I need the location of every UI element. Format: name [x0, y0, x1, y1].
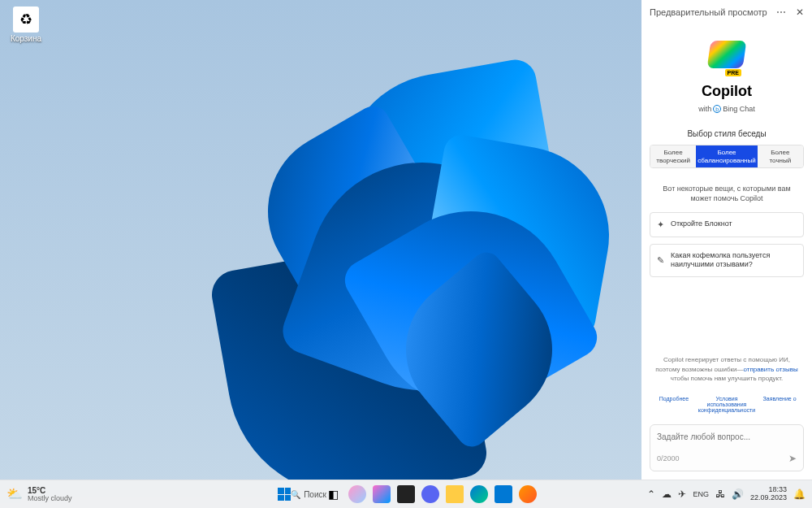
taskbar-center: 🔍 Поиск ◧ — [274, 484, 538, 505]
style-section: Выбор стиля беседы Болеетворческий Более… — [641, 121, 812, 176]
link-terms[interactable]: Условия использования конфиденциальности — [698, 396, 755, 413]
copilot-panel: Предварительный просмотр ⋯ ✕ PRE Copilot… — [641, 0, 812, 480]
char-count: 0/2000 — [657, 454, 680, 462]
pinned-app-1[interactable] — [347, 484, 368, 505]
desktop-wallpaper — [0, 0, 641, 480]
suggestion-notepad[interactable]: ✦ Откройте Блокнот — [650, 212, 804, 237]
clock-button[interactable]: 18:33 22.09.2023 — [750, 486, 787, 502]
trash-icon: ♻ — [13, 7, 39, 33]
copilot-logo: PRE — [709, 41, 745, 76]
search-icon: 🔍 — [291, 490, 300, 499]
network-icon[interactable]: 🖧 — [715, 488, 725, 500]
close-icon[interactable]: ✕ — [796, 7, 804, 18]
taskbar: ⛅ 15°C Mostly cloudy 🔍 Поиск ◧ ⌃ ☁ ✈ ENG… — [0, 480, 812, 508]
pinned-app-dark[interactable] — [395, 484, 417, 505]
chat-icon: ✎ — [657, 255, 664, 266]
store-button[interactable] — [493, 484, 514, 505]
weather-widget[interactable]: ⛅ 15°C Mostly cloudy — [6, 486, 72, 503]
footer-links: Подробнее Условия использования конфиден… — [641, 391, 812, 418]
style-tab-balanced[interactable]: Болеесбалансированный — [696, 145, 757, 167]
weather-desc: Mostly cloudy — [28, 495, 72, 503]
suggestions: ✦ Откройте Блокнот ✎ Какая кофемолка пол… — [641, 212, 812, 284]
language-button[interactable]: ENG — [693, 490, 709, 498]
recycle-bin-label: Корзина — [6, 34, 45, 43]
chevron-up-icon[interactable]: ⌃ — [647, 488, 655, 500]
search-button[interactable]: 🔍 Поиск — [298, 484, 319, 505]
edge-button[interactable] — [469, 484, 490, 505]
weather-temp: 15°C — [28, 486, 72, 495]
pre-badge: PRE — [725, 69, 741, 76]
chat-button[interactable] — [420, 484, 441, 505]
task-view-button[interactable]: ◧ — [322, 484, 343, 505]
copilot-button[interactable] — [371, 484, 392, 505]
style-tab-precise[interactable]: Болееточный — [758, 145, 803, 167]
panel-header: Предварительный просмотр ⋯ ✕ — [641, 0, 812, 24]
copilot-title: Copilot — [650, 83, 804, 100]
more-icon[interactable]: ⋯ — [776, 7, 786, 18]
input-area[interactable]: 0/2000 ➤ — [650, 424, 804, 471]
onedrive-icon[interactable]: ☁ — [662, 488, 672, 500]
style-tab-creative[interactable]: Болеетворческий — [650, 145, 696, 167]
send-icon[interactable]: ➤ — [788, 453, 797, 464]
panel-title: Предварительный просмотр — [650, 7, 767, 17]
notifications-icon[interactable]: 🔔 — [793, 488, 806, 500]
firefox-button[interactable] — [517, 484, 538, 505]
style-label: Выбор стиля беседы — [650, 129, 804, 138]
volume-icon[interactable]: 🔊 — [732, 488, 744, 500]
link-statement[interactable]: Заявление о — [755, 396, 804, 413]
telegram-icon[interactable]: ✈ — [678, 488, 686, 500]
bing-icon: b — [713, 105, 721, 113]
bing-chat-label: withbBing Chat — [650, 105, 804, 113]
file-explorer-button[interactable] — [444, 484, 465, 505]
feedback-link[interactable]: отправить отзывы — [743, 366, 797, 373]
suggestion-coffee[interactable]: ✎ Какая кофемолка пользуется наилучшими … — [650, 244, 804, 277]
logo-area: PRE Copilot withbBing Chat — [641, 24, 812, 121]
disclaimer: Copilot генерирует ответы с помощью ИИ, … — [641, 347, 812, 391]
link-more[interactable]: Подробнее — [650, 396, 698, 413]
recycle-bin-icon[interactable]: ♻ Корзина — [6, 7, 45, 43]
prompt-input[interactable] — [657, 432, 797, 441]
weather-icon: ⛅ — [6, 486, 23, 501]
style-tabs: Болеетворческий Болеесбалансированный Бо… — [650, 145, 804, 168]
taskbar-right: ⌃ ☁ ✈ ENG 🖧 🔊 18:33 22.09.2023 🔔 — [647, 486, 806, 502]
sparkle-icon: ✦ — [657, 219, 664, 230]
help-text: Вот некоторые вещи, с которыми вам может… — [641, 176, 812, 211]
